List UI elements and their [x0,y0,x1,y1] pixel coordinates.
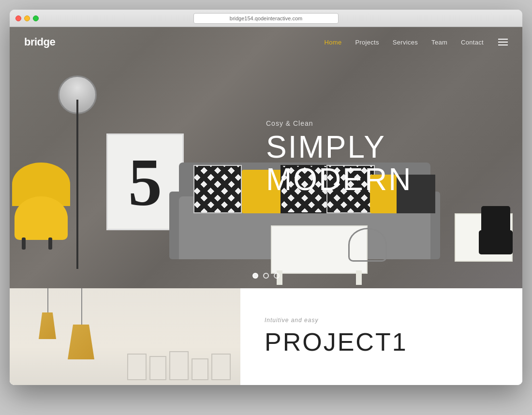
black-chair-seat [479,230,513,254]
maximize-button[interactable] [33,15,39,21]
navigation: bridge Home Projects Services Team Conta… [10,27,522,57]
hero-title: SIMPLY MODERN [266,131,412,196]
yellow-chair [10,172,73,250]
mac-window: bridge154.qodeinteractive.com [10,10,522,385]
nav-link-home[interactable]: Home [325,39,342,46]
pendant-shade-1 [39,312,56,339]
pillow-pattern [194,166,241,212]
slider-dots [252,273,280,279]
hamburger-line-3 [498,44,508,45]
wire-basket [348,228,387,262]
nav-link-contact[interactable]: Contact [461,39,484,46]
pendant-light-2 [68,288,94,359]
frame-1 [127,354,147,380]
pendant-cord-2 [81,288,82,325]
mac-window-controls [15,15,39,21]
hero-title-line2: MODERN [266,163,412,196]
frame-5 [211,354,231,380]
url-text: bridge154.qodeinteractive.com [230,15,302,21]
hero-title-line1: SIMPLY [266,131,412,163]
nav-link-services[interactable]: Services [393,39,418,46]
chair-leg-right [48,237,52,250]
hero-subtitle: Cosy & Clean [266,119,412,127]
pendant-light-1 [39,288,56,339]
nav-link-projects[interactable]: Projects [355,39,379,46]
black-chair [479,206,517,264]
website-content: 5 [10,27,522,385]
site-logo[interactable]: bridge [24,36,55,48]
chair-leg-left [22,237,26,250]
slider-dot-3[interactable] [274,273,280,279]
project-info-block: Intuitive and easy PROJECT1 [240,288,522,385]
chair-seat [15,196,68,240]
url-bar[interactable]: bridge154.qodeinteractive.com [193,13,339,24]
frame-3 [169,351,189,380]
hamburger-line-1 [498,39,508,40]
table-leg-right [356,270,362,285]
hamburger-line-2 [498,42,508,43]
minimize-button[interactable] [24,15,30,21]
hero-section: 5 [10,27,522,288]
frame-2 [149,356,166,380]
pendant-background [10,288,240,385]
hamburger-menu-button[interactable] [498,39,508,45]
nav-links: Home Projects Services Team Contact [325,39,484,46]
pendant-cord-1 [47,288,48,312]
nav-link-team[interactable]: Team [431,39,447,46]
project-title: PROJECT1 [265,327,498,356]
project-label: Intuitive and easy [265,317,498,324]
lamp-pole [76,100,78,269]
frame-gallery [127,351,231,380]
slider-dot-1[interactable] [252,273,258,279]
close-button[interactable] [15,15,21,21]
slider-dot-2[interactable] [263,273,269,279]
floor-lamp [73,75,82,269]
project-image [10,288,240,385]
pillow-1 [193,165,242,213]
below-hero-section: Intuitive and easy PROJECT1 [10,288,522,385]
mac-titlebar: bridge154.qodeinteractive.com [10,10,522,27]
frame-4 [192,358,208,380]
pendant-shade-2 [68,325,94,359]
hero-text-block: Cosy & Clean SIMPLY MODERN [266,119,412,196]
